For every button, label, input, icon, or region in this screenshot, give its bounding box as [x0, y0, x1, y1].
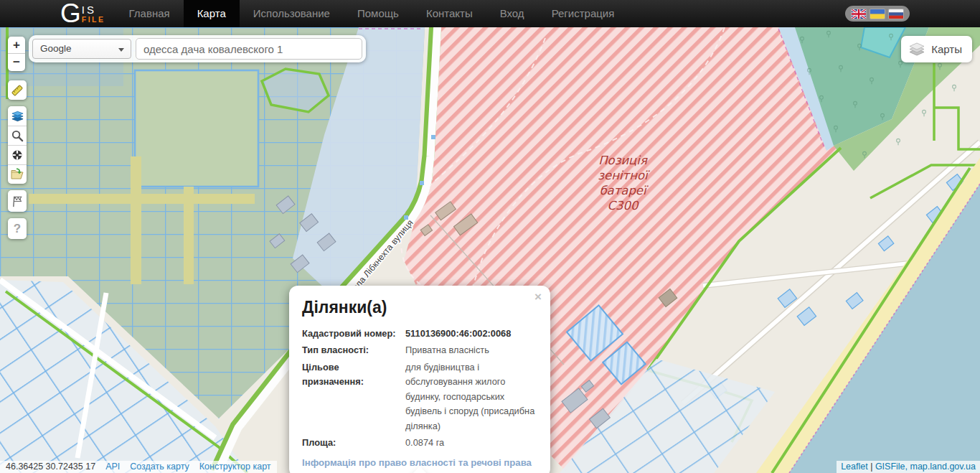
nav-item-glavnaya[interactable]: Главная [116, 0, 184, 27]
russia-flag-icon[interactable] [889, 9, 903, 19]
uk-flag-icon[interactable] [852, 9, 866, 19]
close-icon[interactable]: × [534, 290, 542, 304]
open-file-button[interactable] [8, 164, 27, 184]
zoom-control: + − [8, 37, 25, 71]
finish-flag-icon [11, 195, 24, 208]
status-bar: 46.36425 30.72435 17 API Создать карту К… [0, 461, 277, 473]
svg-text:батареї: батареї [599, 184, 649, 197]
nav-item-kontakty[interactable]: Контакты [413, 0, 486, 27]
search-icon [11, 129, 24, 143]
attr-label-area: Площа: [302, 436, 400, 450]
map-tools-group [8, 106, 27, 184]
search-engine-value: Google [40, 43, 72, 54]
map-constructor-link[interactable]: Конструктор карт [199, 462, 271, 472]
gisfile-attribution-link[interactable]: GISFile, map.land.gov.ua [875, 462, 976, 472]
attr-label-cadastre: Кадастровий номер: [302, 327, 400, 341]
logo-g: G [60, 1, 81, 26]
layers-button-label: Карты [931, 43, 962, 55]
chevron-down-icon [118, 48, 124, 52]
nav-item-karta[interactable]: Карта [184, 0, 240, 27]
top-navbar: G IS FILE Главная Карта Использование По… [0, 0, 980, 27]
svg-text:С300: С300 [607, 199, 639, 212]
attr-value-area: 0.0874 га [405, 436, 537, 450]
attribution-separator: | [868, 462, 875, 472]
attr-value-cadastre: 5110136900:46:002:0068 [405, 327, 537, 341]
nav-item-registraciya[interactable]: Регистрация [538, 0, 628, 27]
finish-tool [8, 190, 27, 212]
zoom-out-button[interactable]: − [8, 54, 25, 71]
gisfile-logo[interactable]: G IS FILE [60, 1, 105, 26]
nav-item-ispolzovanie[interactable]: Использование [240, 0, 344, 27]
search-input[interactable] [136, 38, 362, 60]
parcel-attributes: Кадастровий номер: 5110136900:46:002:006… [302, 327, 537, 451]
nav-item-pomosch[interactable]: Помощь [344, 0, 413, 27]
help-tool: ? [8, 218, 27, 239]
locate-tool-button[interactable] [8, 145, 27, 164]
layers-icon [908, 42, 925, 57]
cursor-coordinates: 46.36425 30.72435 17 [6, 462, 95, 472]
svg-text:Позиція: Позиція [598, 154, 648, 167]
ruler-icon [10, 83, 24, 98]
popup-title: Ділянки(а) [302, 298, 537, 317]
attr-label-purpose: Цільове призначення: [302, 360, 400, 434]
create-map-link[interactable]: Создать карту [130, 462, 189, 472]
attr-value-purpose: для будівництва і обслуговування жилого … [405, 360, 537, 434]
search-bar: Google [29, 35, 366, 62]
ukraine-flag-icon[interactable] [870, 9, 885, 19]
finish-flag-button[interactable] [8, 190, 27, 212]
main-menu: Главная Карта Использование Помощь Конта… [116, 0, 628, 27]
help-icon: ? [14, 222, 21, 236]
search-tool-button[interactable] [8, 126, 27, 145]
nav-item-vhod[interactable]: Вход [486, 0, 538, 27]
map-attribution: Leaflet | GISFile, map.land.gov.ua [837, 461, 980, 473]
help-button[interactable]: ? [8, 218, 27, 239]
logo-is: IS [82, 5, 105, 15]
search-engine-select[interactable]: Google [32, 39, 131, 59]
measure-tool [8, 80, 27, 100]
ruler-button[interactable] [8, 80, 27, 100]
layers-blue-icon [11, 109, 24, 123]
open-folder-icon [10, 167, 24, 182]
attr-label-ownership: Тип власності: [302, 343, 400, 357]
logo-file: FILE [82, 15, 105, 24]
language-switcher [845, 6, 910, 22]
locate-icon [11, 149, 24, 161]
layers-tool-button[interactable] [8, 106, 27, 126]
attr-value-ownership: Приватна власність [405, 343, 537, 357]
zoom-in-button[interactable]: + [8, 37, 25, 54]
leaflet-link[interactable]: Leaflet [841, 462, 868, 472]
svg-text:зенітної: зенітної [598, 169, 650, 182]
layers-panel-button[interactable]: Карты [901, 36, 972, 62]
api-link[interactable]: API [105, 462, 120, 472]
parcel-info-popup: × Ділянки(а) Кадастровий номер: 51101369… [289, 286, 550, 473]
